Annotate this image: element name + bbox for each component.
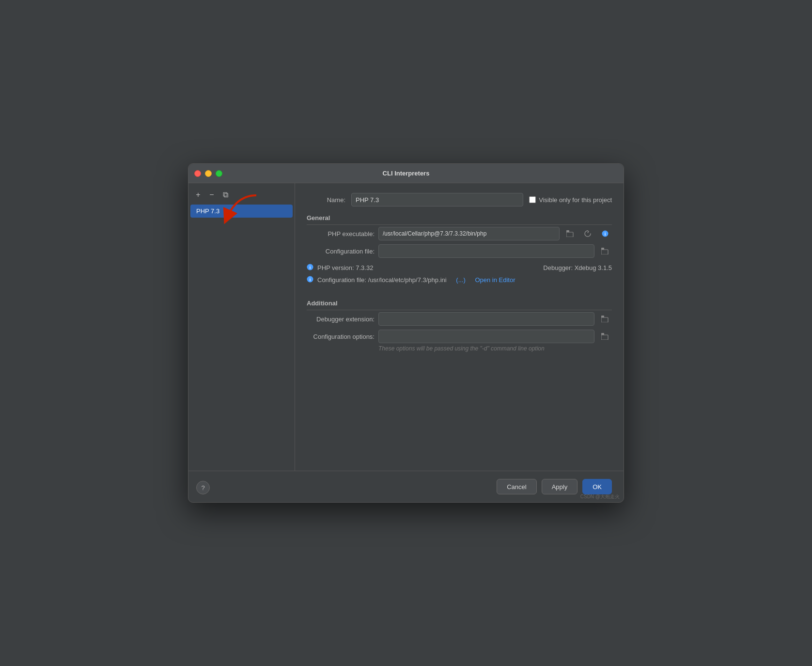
config-file-info-row: i Configuration file: /usr/local/etc/php… <box>307 274 612 286</box>
maximize-button[interactable] <box>216 170 222 177</box>
svg-rect-0 <box>566 232 573 237</box>
svg-text:i: i <box>310 277 311 282</box>
remove-interpreter-button[interactable]: − <box>206 189 218 201</box>
php-version-text: PHP version: 7.3.32 <box>317 264 373 271</box>
php-executable-label: PHP executable: <box>307 230 375 238</box>
config-file-info-text: Configuration file: /usr/local/etc/php/7… <box>317 276 447 284</box>
config-options-row: Configuration options: <box>307 330 612 343</box>
php-executable-browse-button[interactable] <box>563 227 577 240</box>
config-file-label: Configuration file: <box>307 248 375 255</box>
debugger-extension-input[interactable] <box>378 312 594 326</box>
config-file-input[interactable] <box>378 244 594 258</box>
add-interpreter-button[interactable]: + <box>192 189 204 201</box>
svg-rect-11 <box>601 316 604 317</box>
config-options-browse-button[interactable] <box>598 330 612 343</box>
close-button[interactable] <box>194 170 201 177</box>
general-heading: General <box>307 214 612 225</box>
php-version-row: i PHP version: 7.3.32 Debugger: Xdebug 3… <box>307 262 612 274</box>
dialog-title: CLI Interpreters <box>383 170 430 177</box>
dialog-footer: Cancel Apply OK <box>188 471 624 502</box>
traffic-lights <box>194 170 222 177</box>
config-options-input[interactable] <box>378 330 594 343</box>
php-executable-input[interactable] <box>378 227 560 240</box>
name-input[interactable] <box>351 193 523 206</box>
help-button[interactable]: ? <box>196 481 210 494</box>
info-icon-version: i <box>307 264 313 272</box>
cancel-button[interactable]: Cancel <box>497 479 536 494</box>
php-executable-row: PHP executable: <box>307 227 612 240</box>
sidebar: + − ⧉ PHP 7.3 <box>188 183 295 471</box>
minimize-button[interactable] <box>205 170 212 177</box>
ellipsis-link[interactable]: (...) <box>456 276 466 284</box>
visible-only-label: Visible only for this project <box>529 196 612 204</box>
svg-rect-13 <box>601 333 604 335</box>
title-bar: CLI Interpreters <box>188 164 624 183</box>
config-options-label: Configuration options: <box>307 333 375 340</box>
copy-interpreter-button[interactable]: ⧉ <box>219 189 231 201</box>
svg-rect-4 <box>601 250 608 254</box>
sidebar-toolbar: + − ⧉ <box>188 187 295 205</box>
svg-text:i: i <box>310 265 311 270</box>
content-panel: Name: Visible only for this project Gene… <box>295 183 624 471</box>
general-section: General PHP executable: <box>307 214 612 286</box>
svg-rect-5 <box>601 248 604 250</box>
additional-section: Additional Debugger extension: Configura… <box>307 300 612 352</box>
debugger-extension-row: Debugger extension: <box>307 312 612 326</box>
debugger-extension-label: Debugger extension: <box>307 316 375 323</box>
name-label: Name: <box>307 196 345 204</box>
svg-rect-1 <box>566 230 569 232</box>
open-in-editor-link[interactable]: Open in Editor <box>475 276 515 284</box>
info-button[interactable]: i <box>598 227 612 240</box>
svg-rect-12 <box>601 335 608 340</box>
visible-only-checkbox[interactable] <box>529 196 536 203</box>
svg-rect-10 <box>601 317 608 322</box>
config-file-row: Configuration file: <box>307 244 612 258</box>
svg-text:i: i <box>605 232 606 237</box>
config-file-browse-button[interactable] <box>598 244 612 258</box>
info-icon-config: i <box>307 276 313 284</box>
ok-button[interactable]: OK <box>582 479 612 494</box>
dialog-body: + − ⧉ PHP 7.3 Name: Visible only for thi… <box>188 183 624 471</box>
sidebar-item-php73[interactable]: PHP 7.3 <box>190 205 293 218</box>
config-options-hint: These options will be passed using the "… <box>378 345 612 352</box>
cli-interpreters-dialog: CLI Interpreters + − ⧉ PHP 7.3 Name: Vis… <box>188 163 624 503</box>
watermark: CSDN @大炮走火 <box>580 493 620 500</box>
additional-heading: Additional <box>307 300 612 310</box>
refresh-button[interactable] <box>581 227 594 240</box>
apply-button[interactable]: Apply <box>542 479 578 494</box>
debugger-extension-browse-button[interactable] <box>598 312 612 326</box>
name-row: Name: Visible only for this project <box>307 193 612 206</box>
debugger-info-text: Debugger: Xdebug 3.1.5 <box>543 264 612 271</box>
